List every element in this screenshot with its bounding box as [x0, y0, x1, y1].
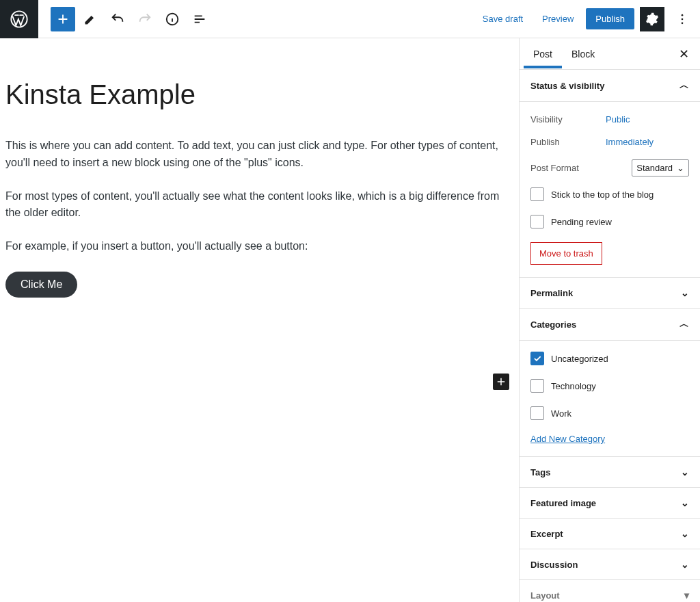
category-row: Work	[530, 400, 689, 427]
category-checkbox[interactable]	[530, 406, 544, 420]
panel-featured-image[interactable]: Featured image ⌄	[520, 488, 700, 519]
publish-label: Publish	[530, 137, 606, 147]
info-button[interactable]	[160, 7, 185, 31]
toolbar-left	[38, 7, 212, 31]
main-area: Kinsta Example This is where you can add…	[0, 38, 700, 602]
panel-title: Discussion	[530, 560, 578, 570]
svg-point-4	[682, 22, 684, 24]
top-toolbar: Save draft Preview Publish	[0, 0, 700, 38]
panel-status-body: Visibility Public Publish Immediately Po…	[520, 102, 700, 278]
panel-permalink[interactable]: Permalink ⌄	[520, 278, 700, 309]
button-block[interactable]: Click Me	[5, 272, 77, 298]
post-title[interactable]: Kinsta Example	[5, 79, 513, 110]
category-checkbox[interactable]	[530, 379, 544, 393]
add-block-button[interactable]	[51, 7, 75, 31]
publish-button[interactable]: Publish	[586, 8, 634, 29]
settings-button[interactable]	[640, 7, 664, 31]
close-sidebar-button[interactable]: ✕	[672, 47, 696, 62]
visibility-value[interactable]: Public	[606, 114, 630, 125]
paragraph-block[interactable]: For most types of content, you'll actual…	[5, 188, 513, 222]
chevron-down-icon: ⌄	[681, 287, 689, 298]
chevron-down-icon: ⌄	[681, 497, 689, 508]
svg-point-2	[682, 14, 684, 16]
post-format-label: Post Format	[530, 163, 606, 173]
tab-block[interactable]: Block	[562, 40, 604, 68]
panel-tags[interactable]: Tags ⌄	[520, 457, 700, 488]
publish-row: Publish Immediately	[530, 129, 689, 151]
chevron-down-icon: ⌄	[681, 559, 689, 570]
sidebar-tabs: Post Block ✕	[520, 38, 700, 70]
panel-title: Categories	[530, 319, 576, 330]
chevron-up-icon: ︿	[679, 79, 689, 92]
category-row: Technology	[530, 372, 689, 400]
category-label: Work	[551, 408, 571, 419]
outline-button[interactable]	[187, 7, 212, 31]
category-label: Uncategorized	[551, 354, 608, 364]
pending-review-label: Pending review	[551, 217, 612, 227]
category-label: Technology	[551, 381, 596, 391]
settings-sidebar: Post Block ✕ Status & visibility ︿ Visib…	[519, 38, 700, 602]
panel-title: Featured image	[530, 498, 596, 508]
insert-block-button[interactable]	[493, 374, 509, 390]
panel-categories-body: Uncategorized Technology Work Add New Ca…	[520, 341, 700, 457]
panel-discussion[interactable]: Discussion ⌄	[520, 549, 700, 580]
paragraph-block[interactable]: This is where you can add content. To ad…	[5, 138, 513, 172]
more-options-button[interactable]	[670, 7, 695, 31]
caret-down-icon: ▾	[684, 590, 689, 601]
tab-post[interactable]: Post	[524, 40, 562, 68]
editor-canvas[interactable]: Kinsta Example This is where you can add…	[0, 38, 519, 602]
visibility-row: Visibility Public	[530, 106, 689, 129]
svg-point-3	[682, 18, 684, 20]
move-to-trash-button[interactable]: Move to trash	[530, 242, 602, 265]
post-format-row: Post Format Standard ⌄	[530, 151, 689, 181]
preview-button[interactable]: Preview	[535, 10, 580, 28]
chevron-down-icon: ⌄	[681, 467, 689, 477]
publish-value[interactable]: Immediately	[606, 137, 654, 147]
stick-top-checkbox[interactable]	[530, 187, 544, 201]
stick-top-label: Stick to the top of the blog	[551, 189, 654, 200]
stick-top-row: Stick to the top of the blog	[530, 181, 689, 208]
chevron-up-icon: ︿	[679, 318, 689, 330]
panel-status-visibility[interactable]: Status & visibility ︿	[520, 70, 700, 102]
panel-excerpt[interactable]: Excerpt ⌄	[520, 519, 700, 549]
panel-title: Tags	[530, 467, 550, 477]
save-draft-button[interactable]: Save draft	[476, 10, 530, 28]
panel-title: Excerpt	[530, 529, 563, 539]
chevron-down-icon: ⌄	[681, 528, 689, 539]
panel-layout[interactable]: Layout ▾	[520, 580, 700, 602]
panel-title: Permalink	[530, 288, 573, 298]
toolbar-right: Save draft Preview Publish	[476, 7, 700, 31]
edit-tools-button[interactable]	[78, 7, 103, 31]
pending-review-row: Pending review	[530, 208, 689, 235]
panel-title: Status & visibility	[530, 81, 604, 91]
panel-categories[interactable]: Categories ︿	[520, 309, 700, 341]
pending-review-checkbox[interactable]	[530, 215, 544, 228]
visibility-label: Visibility	[530, 114, 606, 125]
chevron-down-icon: ⌄	[677, 163, 684, 173]
post-format-value: Standard	[636, 163, 673, 173]
redo-button[interactable]	[133, 7, 157, 31]
category-checkbox[interactable]	[530, 352, 544, 365]
add-new-category-link[interactable]: Add New Category	[530, 434, 605, 444]
paragraph-block[interactable]: For example, if you insert a button, you…	[5, 238, 513, 255]
category-row: Uncategorized	[530, 345, 689, 372]
undo-button[interactable]	[105, 7, 130, 31]
post-format-select[interactable]: Standard ⌄	[632, 159, 689, 176]
wordpress-logo[interactable]	[0, 0, 38, 38]
panel-title: Layout	[530, 590, 560, 601]
